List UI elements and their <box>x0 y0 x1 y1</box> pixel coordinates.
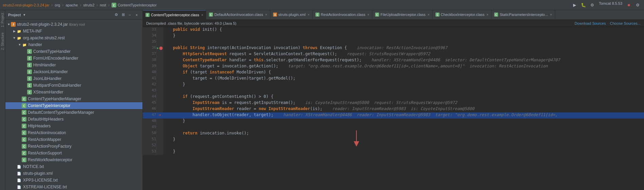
sidebar-item-JsonLibHandler[interactable]: C JsonLibHandler <box>5 75 142 82</box>
sidebar-header: Project ▼ ⚙ ⊞ − × <box>5 10 142 20</box>
tomcat-label: Tomcat 8.5.53 <box>599 1 622 9</box>
tab-close-icon[interactable]: × <box>201 13 203 17</box>
code-line-35: 35 <box>143 39 644 45</box>
code-table: 33 public void init() { 34 } 35 36 ▶⬤ pu… <box>143 27 644 155</box>
svg-text:C: C <box>436 14 438 17</box>
run-button[interactable]: ▶ <box>571 1 579 9</box>
sidebar-item-XSTREAM-LICENSE.txt[interactable]: 📄 XSTREAM-LICENSE.txt <box>5 184 142 190</box>
sidebar-item-label: NOTICE.txt <box>23 164 44 169</box>
gutter: ➔ <box>156 112 163 119</box>
gutter <box>156 131 163 137</box>
sidebar-item-DefaultHttpHeaders[interactable]: C DefaultHttpHeaders <box>5 116 142 123</box>
param-hint: reader: InputStreamReader@5983 is: Coyot… <box>323 106 474 111</box>
code-content: if (target instanceof ModelDriven) { <box>163 70 644 76</box>
tab-FileUploadInterceptor-class[interactable]: C FileUploadInterceptor.class × <box>372 10 433 19</box>
stop-button[interactable]: ■ <box>625 1 632 9</box>
code-area[interactable]: 33 public void init() { 34 } 35 36 ▶⬤ pu… <box>143 27 644 190</box>
class-icon: C <box>22 110 26 115</box>
tab-close-icon[interactable]: × <box>550 13 552 17</box>
sidebar-item-label: XStreamHandler <box>33 90 63 94</box>
topbar-apache: apache <box>65 3 78 7</box>
sidebar-item-MultipartFormDataHandler[interactable]: C MultipartFormDataHandler <box>5 82 142 89</box>
code-line-44: 44 if (request.getContentLength() > 0) { <box>143 94 644 100</box>
sidebar-item-RestActionSupport[interactable]: C RestActionSupport <box>5 150 142 156</box>
tab-CheckboxInterceptor-class[interactable]: C CheckboxInterceptor.class × <box>433 10 492 19</box>
line-number: 53 <box>143 149 156 155</box>
svg-text:C: C <box>28 50 30 54</box>
line-number: 46 <box>143 106 156 112</box>
error-icon: ⬤ <box>159 46 163 50</box>
sidebar-minimize-icon[interactable]: − <box>127 12 133 18</box>
sidebar-item-RestActionProxyFactory[interactable]: C RestActionProxyFactory <box>5 143 142 150</box>
sidebar-item-jar[interactable]: ▼ J struts2-rest-plugin-2.3.24.jar libra… <box>5 21 142 28</box>
choose-sources-link[interactable]: Choose Sources... <box>610 21 641 25</box>
gutter <box>156 70 163 76</box>
tab-ContentTypeInterceptor-class[interactable]: C ContentTypeInterceptor.class × <box>143 10 206 19</box>
code-content: ContentTypeHandler handler = this.select… <box>163 58 644 64</box>
sidebar-item-RestActionMapper[interactable]: C RestActionMapper <box>5 136 142 143</box>
class-icon: C <box>22 157 26 162</box>
tree-arrow: ▶ <box>12 29 16 33</box>
sidebar-item-XPP3-LICENSE.txt[interactable]: 📄 XPP3-LICENSE.txt <box>5 177 142 184</box>
class-icon: C <box>27 83 32 88</box>
sidebar-item-FormUrlEncodedHandler[interactable]: C FormUrlEncodedHandler <box>5 55 142 62</box>
sidebar-close-icon[interactable]: × <box>134 12 140 18</box>
tab-label: FileUploadInterceptor.class <box>380 13 426 17</box>
download-sources-link[interactable]: Download Sources <box>574 21 606 25</box>
sidebar-item-HttpHeaders[interactable]: C HttpHeaders <box>5 123 142 129</box>
tab-RestActionInvocation-class[interactable]: C RestActionInvocation.class × <box>313 10 372 19</box>
line-number: 38 <box>143 58 156 64</box>
sidebar-item-label: ContentTypeInterceptor <box>28 103 70 108</box>
gutter <box>156 27 163 33</box>
sidebar-layout-icon[interactable]: ⊞ <box>120 12 126 18</box>
gutter <box>156 51 163 58</box>
svg-text:C: C <box>28 64 30 67</box>
sidebar-item-ContentTypeHandlerManager[interactable]: C ContentTypeHandlerManager <box>5 96 142 102</box>
sidebar-item-label: RestActionMapper <box>28 137 61 142</box>
code-line-36: 36 ▶⬤ public String intercept(ActionInvo… <box>143 45 644 51</box>
tab-close-icon[interactable]: × <box>428 13 430 17</box>
sidebar-item-RestWorkflowInterceptor[interactable]: C RestWorkflowInterceptor <box>5 156 142 163</box>
sidebar-item-ContentTypeInterceptor[interactable]: C ContentTypeInterceptor <box>5 102 142 109</box>
file-icon: 📄 <box>16 177 22 183</box>
sidebar-item-XStreamHandler[interactable]: C XStreamHandler <box>5 89 142 96</box>
tab-close-icon[interactable]: × <box>367 13 369 17</box>
sidebar-item-handler[interactable]: ▼ 📁 handler <box>5 41 142 48</box>
line-number: 35 <box>143 39 156 45</box>
param-hint: target: "org.demo.rest.example.Order@68e… <box>278 64 548 68</box>
tab-struts-plugin-xml[interactable]: X struts-plugin.xml × <box>270 10 313 19</box>
gutter <box>156 82 163 88</box>
param-hint: handler: XStreamHandler@4486 selector: D… <box>362 58 560 62</box>
tab-close-icon[interactable]: × <box>487 13 489 17</box>
class-icon: C <box>27 56 32 61</box>
settings-button[interactable]: ⚙ <box>634 1 641 9</box>
tab-DefaultActionInvocation-class[interactable]: C DefaultActionInvocation.class × <box>206 10 270 19</box>
code-line-42: 42 } <box>143 82 644 88</box>
topbar-sep3: › <box>80 3 81 7</box>
sidebar-item-NOTICE.txt[interactable]: 📄 NOTICE.txt <box>5 163 142 170</box>
gutter <box>156 76 163 82</box>
tab-close-icon[interactable]: × <box>308 13 310 17</box>
project-tab[interactable]: 1: Project <box>0 10 5 30</box>
sidebar-item-org[interactable]: ▼ 📁 org.apache.struts2.rest <box>5 35 142 41</box>
sidebar-item-RestActionInvocation[interactable]: C RestActionInvocation <box>5 129 142 136</box>
build-button[interactable]: ⚙ <box>589 1 596 9</box>
sidebar-item-JacksonLibHandler[interactable]: C JacksonLibHandler <box>5 68 142 75</box>
sidebar-item-meta-inf[interactable]: ▶ 📁 META-INF <box>5 28 142 35</box>
tab-label: DefaultActionInvocation.class <box>214 13 263 17</box>
gutter <box>156 100 163 106</box>
param-hint: is: CoyoteInputStream@5800 request: Stru… <box>295 100 457 105</box>
sidebar-item-HtmlHandler[interactable]: C HtmlHandler <box>5 62 142 68</box>
sidebar-item-label: HtmlHandler <box>33 63 56 67</box>
gutter <box>156 106 163 112</box>
code-content: handler.toObject(reader, target); handle… <box>163 112 644 119</box>
sidebar-item-DefaultContentTypeHandlerManager[interactable]: C DefaultContentTypeHandlerManager <box>5 109 142 116</box>
sidebar-item-ContentTypeHandler[interactable]: C ContentTypeHandler <box>5 48 142 55</box>
sidebar-dropdown-icon[interactable]: ▼ <box>23 13 26 17</box>
structure-tab[interactable]: 2: Structure <box>0 30 5 53</box>
debug-button[interactable]: 🐛 <box>580 1 587 9</box>
sidebar-item-struts-plugin.xml[interactable]: 📄 struts-plugin.xml <box>5 170 142 177</box>
tab-close-icon[interactable]: × <box>265 13 267 17</box>
sidebar-settings-icon[interactable]: ⚙ <box>113 12 119 18</box>
tab-StaticParametersIntercepto---[interactable]: C StaticParametersIntercepto... × <box>491 10 555 19</box>
